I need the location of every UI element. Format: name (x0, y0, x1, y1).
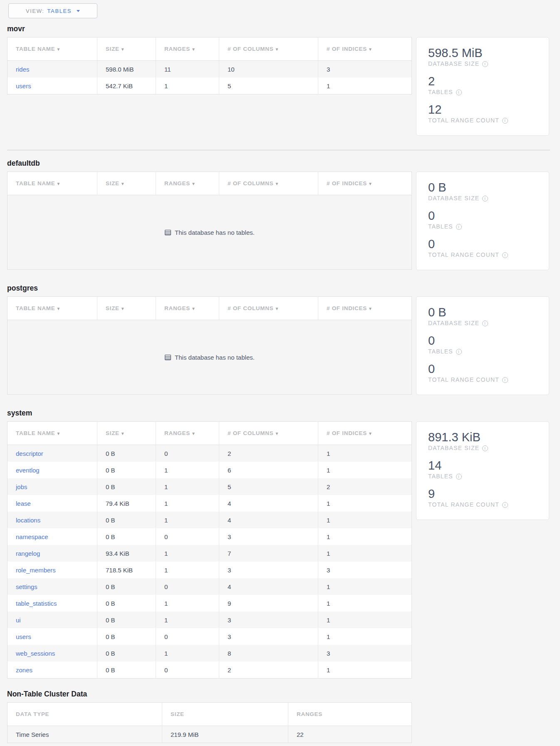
column-header-num-columns[interactable]: # OF COLUMNS ▼ (219, 172, 318, 195)
info-icon[interactable]: i (456, 90, 462, 95)
table-ranges-cell: 0 (156, 528, 219, 545)
info-icon[interactable]: i (502, 377, 508, 383)
sort-descending-icon: ▼ (368, 181, 373, 186)
info-icon[interactable]: i (482, 321, 488, 326)
info-icon[interactable]: i (456, 474, 462, 480)
table-ranges-cell: 1 (156, 545, 219, 562)
column-header-table-name[interactable]: TABLE NAME ▼ (7, 422, 97, 445)
column-header-ranges[interactable]: RANGES ▼ (156, 297, 219, 320)
info-icon[interactable]: i (482, 196, 488, 201)
table-name-cell: rides (7, 61, 97, 77)
database-size-value: 0 B (428, 180, 537, 194)
table-name-link[interactable]: table_statistics (16, 600, 57, 607)
table-name-cell: descriptor (7, 445, 97, 462)
table-indices-cell: 1 (318, 612, 411, 628)
table-name-link[interactable]: zones (16, 666, 32, 674)
table-columns-cell: 2 (219, 661, 318, 678)
column-header-ranges[interactable]: RANGES ▼ (156, 422, 219, 445)
table-indices-cell: 1 (318, 578, 411, 595)
table-name-link[interactable]: locations (16, 517, 40, 524)
range-count-label: TOTAL RANGE COUNT i (428, 501, 537, 509)
table-name-link[interactable]: rides (16, 66, 30, 73)
table-size-cell: 0 B (97, 528, 156, 545)
table-name-cell: lease (7, 495, 97, 512)
sort-descending-icon: ▼ (57, 306, 61, 311)
column-header-table-name[interactable]: TABLE NAME ▼ (7, 297, 97, 320)
info-icon[interactable]: i (482, 61, 488, 67)
table-name-link[interactable]: eventlog (16, 467, 40, 474)
table-icon (164, 354, 171, 361)
info-icon[interactable]: i (502, 252, 508, 258)
database-size-label: DATABASE SIZE i (428, 319, 537, 327)
column-header-num-columns[interactable]: # OF COLUMNS ▼ (219, 297, 318, 320)
table-size-cell: 598.0 MiB (97, 61, 156, 77)
table-ranges-cell: 0 (156, 445, 219, 462)
database-size-value: 891.3 KiB (428, 430, 537, 444)
table-name-cell: ui (7, 612, 97, 628)
column-header-num-indices[interactable]: # OF INDICES ▼ (318, 297, 411, 320)
range-count-stat: 0 TOTAL RANGE COUNT i (428, 237, 537, 259)
database-name: system (7, 408, 560, 418)
info-icon[interactable]: i (456, 224, 462, 230)
column-header-num-columns[interactable]: # OF COLUMNS ▼ (219, 37, 318, 60)
column-header-num-indices[interactable]: # OF INDICES ▼ (318, 422, 411, 445)
column-header-size[interactable]: SIZE ▼ (97, 297, 156, 320)
sort-descending-icon: ▼ (368, 431, 373, 436)
table-indices-cell: 3 (318, 562, 411, 578)
table-columns-cell: 4 (219, 578, 318, 595)
column-header-size[interactable]: SIZE ▼ (97, 172, 156, 195)
table-name-link[interactable]: lease (16, 500, 31, 507)
table-name-link[interactable]: users (16, 633, 31, 640)
info-icon[interactable]: i (482, 445, 488, 451)
column-header-table-name[interactable]: TABLE NAME ▼ (7, 37, 97, 60)
column-header-num-indices[interactable]: # OF INDICES ▼ (318, 172, 411, 195)
table-row: web_sessions 0 B 1 8 3 (7, 645, 411, 661)
database-summary-panel: 0 B DATABASE SIZE i 0 TABLES i 0 (416, 296, 549, 395)
sort-descending-icon: ▼ (275, 306, 279, 311)
column-header-size[interactable]: SIZE ▼ (97, 422, 156, 445)
column-header-num-indices[interactable]: # OF INDICES ▼ (318, 37, 411, 60)
database-sections: movr TABLE NAME ▼ SIZE ▼ RANGES ▼ (7, 24, 560, 679)
non-table-cluster-section: Non-Table Cluster Data DATA TYPE SIZE RA… (7, 689, 560, 743)
sort-descending-icon: ▼ (191, 306, 196, 311)
database-name: postgres (7, 283, 560, 293)
column-header-num-columns[interactable]: # OF COLUMNS ▼ (219, 422, 318, 445)
table-size-cell: 0 B (97, 512, 156, 528)
table-body: Time Series 219.9 MiB 22 (7, 726, 411, 743)
column-header-ranges[interactable]: RANGES ▼ (156, 37, 219, 60)
column-header-ranges[interactable]: RANGES ▼ (156, 172, 219, 195)
table-name-link[interactable]: settings (16, 583, 37, 590)
table-name-link[interactable]: jobs (16, 483, 27, 490)
table-name-link[interactable]: ui (16, 617, 21, 624)
table-name-link[interactable]: role_members (16, 567, 56, 574)
table-ranges-cell: 1 (156, 77, 219, 94)
table-size-cell: 0 B (97, 612, 156, 628)
sort-descending-icon: ▼ (121, 181, 125, 186)
non-table-data-table: DATA TYPE SIZE RANGES Time Series 219.9 … (7, 702, 412, 743)
info-icon[interactable]: i (502, 118, 508, 124)
column-header-size[interactable]: SIZE ▼ (97, 37, 156, 60)
info-icon[interactable]: i (502, 502, 508, 508)
table-name-link[interactable]: web_sessions (16, 650, 55, 657)
table-header-row: DATA TYPE SIZE RANGES (7, 703, 411, 726)
size-cell: 219.9 MiB (162, 726, 288, 743)
table-name-link[interactable]: descriptor (16, 450, 43, 457)
table-name-link[interactable]: namespace (16, 533, 48, 540)
info-icon[interactable]: i (456, 349, 462, 355)
table-row: zones 0 B 0 2 1 (7, 661, 411, 678)
database-summary-panel: 0 B DATABASE SIZE i 0 TABLES i 0 (416, 172, 549, 270)
database-size-stat: 0 B DATABASE SIZE i (428, 305, 537, 327)
table-ranges-cell: 0 (156, 661, 219, 678)
table-name-link[interactable]: rangelog (16, 550, 40, 557)
column-header-table-name[interactable]: TABLE NAME ▼ (7, 172, 97, 195)
view-selector-button[interactable]: VIEW: TABLES (8, 3, 97, 18)
table-row: lease 79.4 KiB 1 4 1 (7, 495, 411, 512)
table-row: ui 0 B 1 3 1 (7, 612, 411, 628)
table-row: descriptor 0 B 0 2 1 (7, 445, 411, 462)
table-icon (164, 229, 171, 236)
table-name-link[interactable]: users (16, 82, 31, 90)
range-count-stat: 12 TOTAL RANGE COUNT i (428, 102, 537, 124)
sort-descending-icon: ▼ (57, 47, 61, 52)
table-columns-cell: 10 (219, 61, 318, 77)
table-row: jobs 0 B 1 5 2 (7, 478, 411, 495)
